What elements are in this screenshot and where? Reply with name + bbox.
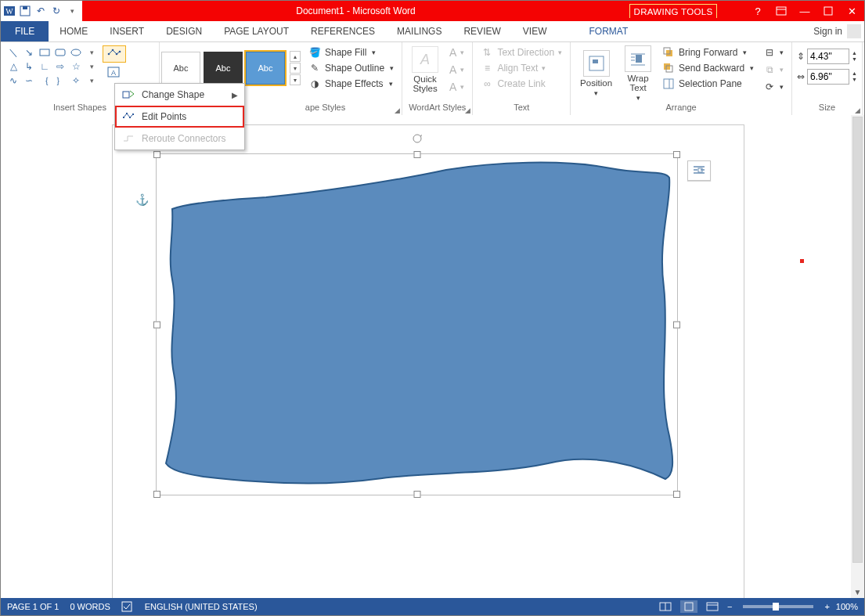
shape-triangle-icon[interactable]: △ [5,59,21,74]
tab-design[interactable]: DESIGN [155,21,213,41]
status-words[interactable]: 0 WORDS [70,602,110,611]
shape-curve1-icon[interactable]: ∿ [5,74,21,88]
close-icon[interactable]: ✕ [844,3,860,19]
group-wordart-styles: A Quick Styles A▾ A▾ A▾ WordArt Styles ◢ [402,42,473,116]
shape-outline-button[interactable]: ✎Shape Outline▾ [305,61,397,75]
vertical-scrollbar[interactable]: ▼ [851,115,864,598]
text-direction-icon: ⇅ [481,46,493,59]
align-button[interactable]: ⊟▾ [760,45,787,59]
tab-page-layout[interactable]: PAGE LAYOUT [213,21,300,41]
tab-view[interactable]: VIEW [512,21,558,41]
status-proofing-icon[interactable] [121,601,134,612]
shape-curve2-icon[interactable]: ∽ [21,74,37,88]
resize-handle-e[interactable] [673,321,680,328]
sign-in[interactable]: Sign in [806,21,864,41]
style-gallery-spinner[interactable]: ▴▾▾ [290,51,301,85]
shape-width-field[interactable]: ⇔ ▲▼ [797,69,857,85]
shape-fill-button[interactable]: 🪣Shape Fill▾ [305,45,397,59]
shapes-row2-more[interactable]: ▾ [84,59,99,74]
text-effects-button: A▾ [446,80,467,94]
tab-format[interactable]: FORMAT [578,21,639,41]
resize-handle-sw[interactable] [153,491,160,498]
menu-edit-points-label: Edit Points [142,111,186,122]
tab-references[interactable]: REFERENCES [300,21,386,41]
selection-pane-button[interactable]: Selection Pane [659,77,757,91]
resize-handle-w[interactable] [153,321,160,328]
shape-callout-icon[interactable]: ✧ [68,74,84,88]
size-dialog-launcher[interactable]: ◢ [855,106,860,114]
zoom-slider[interactable] [743,605,813,608]
minimize-icon[interactable]: — [797,3,813,19]
shapes-gallery-more[interactable]: ▾ [84,74,99,88]
svg-rect-25 [664,63,670,70]
resize-handle-se[interactable] [673,491,680,498]
shape-elbow-icon[interactable]: ↳ [21,59,37,74]
tab-mailings[interactable]: MAILINGS [386,21,452,41]
save-icon[interactable] [18,4,32,18]
shape-selection-frame[interactable] [156,153,678,495]
resize-handle-s[interactable] [413,491,420,498]
zoom-level[interactable]: 100% [836,602,858,611]
scrollbar-thumb[interactable] [852,117,863,563]
svg-point-9 [71,49,81,56]
shape-rect-icon[interactable] [37,45,52,59]
shape-arrow-icon[interactable]: ↘ [21,45,37,59]
redo-icon[interactable]: ↻ [49,4,63,18]
rotate-handle[interactable] [411,132,423,145]
layout-options-button[interactable] [687,160,711,181]
create-link-button: ∞Create Link [478,77,565,91]
undo-icon[interactable]: ↶ [34,4,48,18]
resize-handle-n[interactable] [413,151,420,158]
shape-height-field[interactable]: ⇕ ▲▼ [797,49,857,64]
resize-handle-nw[interactable] [153,151,160,158]
wrap-text-button[interactable]: Wrap Text▾ [620,45,656,102]
qat-more-icon[interactable]: ▾ [65,4,79,18]
height-input[interactable] [807,49,849,64]
shape-line-icon[interactable]: ＼ [5,45,21,59]
menu-edit-points[interactable]: Edit Points [115,106,244,128]
bring-forward-button[interactable]: Bring Forward▾ [659,45,757,59]
send-backward-button[interactable]: Send Backward▾ [659,61,757,75]
position-button[interactable]: Position▾ [575,45,617,102]
shape-l-icon[interactable]: ∟ [37,59,52,74]
style-thumb-1[interactable]: Abc [161,52,200,85]
style-thumb-2[interactable]: Abc [204,52,243,85]
shape-arrowr-icon[interactable]: ⇨ [52,59,68,74]
shape-oval-icon[interactable] [68,45,84,59]
zoom-slider-knob[interactable] [773,603,779,611]
ribbon-display-icon[interactable] [773,3,789,19]
scroll-down-icon[interactable]: ▼ [851,585,864,598]
rotate-button[interactable]: ⟳▾ [760,80,787,94]
menu-change-shape[interactable]: Change Shape ▶ [115,84,244,106]
style-thumb-3[interactable]: Abc [246,52,285,85]
tab-review[interactable]: REVIEW [452,21,511,41]
resize-handle-ne[interactable] [673,151,680,158]
tab-insert[interactable]: INSERT [99,21,155,41]
view-web-layout-icon[interactable] [704,600,721,613]
shape-brace-icon[interactable]: ｛ [37,74,52,88]
freeform-shape[interactable] [157,154,677,495]
svg-point-11 [112,49,114,52]
maximize-icon[interactable] [820,3,836,19]
tab-file[interactable]: FILE [1,21,49,41]
edit-shape-button[interactable] [103,45,126,63]
shape-styles-dialog-launcher[interactable]: ◢ [395,106,400,114]
textbox-button[interactable]: A [103,64,124,80]
tab-home[interactable]: HOME [49,21,99,41]
status-page[interactable]: PAGE 1 OF 1 [7,602,59,611]
shape-roundrect-icon[interactable] [52,45,68,59]
svg-point-10 [108,53,110,56]
help-icon[interactable]: ? [750,3,766,19]
shapes-gallery[interactable]: ＼ ↘ ▾ △ ↳ ∟ ⇨ ☆ ▾ ∿ ∽ ｛ ｝ ✧ ▾ [5,45,99,88]
view-print-layout-icon[interactable] [680,600,697,613]
zoom-out-button[interactable]: − [727,602,732,611]
zoom-in-button[interactable]: + [824,602,829,611]
shape-brace2-icon[interactable]: ｝ [52,74,68,88]
status-language[interactable]: ENGLISH (UNITED STATES) [145,602,258,611]
shape-effects-button[interactable]: ◑Shape Effects▾ [305,77,397,91]
shapes-row1-more[interactable]: ▾ [84,45,99,59]
view-read-mode-icon[interactable] [657,600,674,613]
shape-star-icon[interactable]: ☆ [68,59,84,74]
width-input[interactable] [807,69,849,85]
document-canvas[interactable]: ⚓ ▼ [1,115,864,598]
